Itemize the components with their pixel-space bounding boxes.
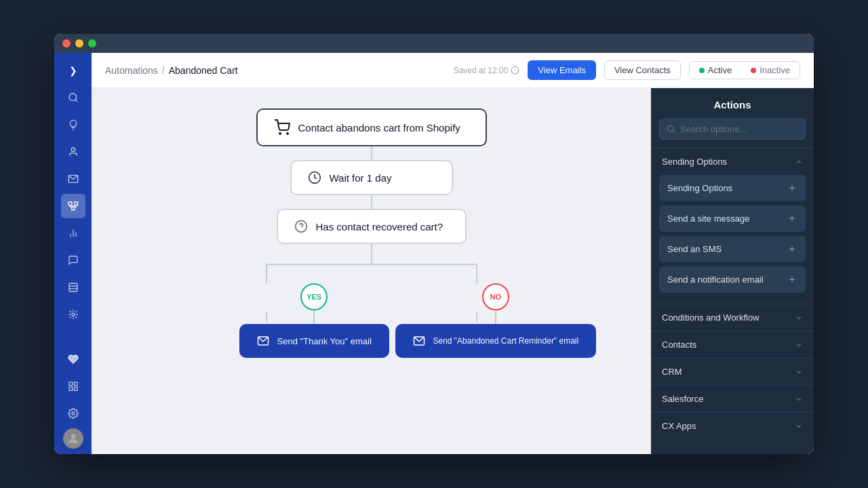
sidebar-item-favorites[interactable]	[61, 347, 85, 371]
svg-point-18	[72, 412, 75, 415]
breadcrumb-current: Abandoned Cart	[169, 65, 238, 76]
accordion-cx-apps-header[interactable]: CX Apps	[651, 413, 814, 439]
accordion-conditions: Conditions and Workflow	[651, 304, 814, 331]
svg-line-37	[673, 131, 674, 132]
no-branch: NO Send "Abandoned Cart Reminder" email	[395, 283, 597, 358]
accordion-sending-options-label: Sending Options	[662, 157, 727, 167]
chevron-down-icon-salesforce	[795, 395, 803, 403]
no-badge: NO	[482, 283, 509, 310]
title-bar	[54, 34, 814, 53]
accordion-contacts-label: Contacts	[662, 340, 696, 350]
svg-rect-14	[69, 382, 73, 386]
email-send-icon-yes	[257, 335, 269, 347]
svg-point-24	[287, 133, 288, 134]
plus-icon-site: ＋	[787, 211, 797, 226]
app-window: ❯	[54, 34, 814, 454]
accordion-crm-header[interactable]: CRM	[651, 359, 814, 385]
search-icon	[667, 125, 675, 134]
action-item-sms[interactable]: Send an SMS ＋	[659, 236, 806, 262]
sidebar-item-ideas[interactable]	[61, 113, 85, 137]
sidebar-item-contacts[interactable]	[61, 140, 85, 164]
accordion-crm-label: CRM	[662, 367, 682, 377]
sidebar-item-chat[interactable]	[61, 248, 85, 272]
accordion-salesforce: Salesforce	[651, 385, 814, 412]
sidebar-item-integrations[interactable]	[61, 302, 85, 327]
sidebar: ❯	[54, 53, 92, 454]
accordion-cx-apps-label: CX Apps	[662, 421, 696, 431]
svg-point-36	[668, 126, 674, 132]
status-active-button[interactable]: Active	[690, 62, 741, 79]
sidebar-item-dashboard[interactable]	[61, 374, 85, 399]
sidebar-item-analytics[interactable]	[61, 221, 85, 245]
accordion-crm: CRM	[651, 358, 814, 385]
cart-icon	[274, 119, 290, 136]
search-box[interactable]	[659, 119, 806, 140]
plus-icon-sms: ＋	[787, 242, 797, 256]
accordion-contacts-header[interactable]: Contacts	[651, 331, 814, 358]
svg-point-13	[72, 313, 75, 316]
status-inactive-button[interactable]: Inactive	[741, 62, 800, 79]
accordion-sending-options: Sending Options Sending Options ＋ Send a…	[651, 148, 814, 304]
active-dot	[699, 68, 705, 73]
accordion-conditions-label: Conditions and Workflow	[662, 312, 760, 323]
svg-point-2	[71, 148, 75, 151]
yes-connector	[313, 310, 315, 324]
clock-icon	[308, 171, 321, 184]
accordion-sending-options-body: Sending Options ＋ Send a site message ＋ …	[651, 175, 814, 304]
condition-label: Has contact recovered cart?	[316, 221, 443, 232]
chevron-down-icon-crm	[795, 368, 803, 376]
svg-rect-5	[75, 202, 78, 205]
branch-area: YES Send "Thank You" email NO	[161, 244, 582, 380]
action-item-site-message[interactable]: Send a site message ＋	[659, 205, 806, 232]
accordion-salesforce-header[interactable]: Salesforce	[651, 386, 814, 412]
yes-badge: YES	[300, 283, 328, 310]
action-yes-label: Send "Thank You" email	[277, 336, 372, 346]
panel-title: Actions	[651, 88, 814, 119]
breadcrumb-separator: /	[162, 65, 165, 76]
canvas: Contact abandons cart from Shopify Wait …	[92, 88, 651, 454]
inactive-dot	[751, 68, 756, 73]
svg-rect-15	[74, 382, 77, 386]
sidebar-item-email[interactable]	[61, 167, 85, 191]
sidebar-item-search[interactable]	[61, 85, 85, 110]
sidebar-toggle[interactable]: ❯	[61, 58, 85, 83]
content-area: Automations / Abandoned Cart Saved at 12…	[92, 53, 814, 454]
action-item-sending-options[interactable]: Sending Options ＋	[659, 175, 806, 201]
minimize-button[interactable]	[75, 39, 83, 47]
question-icon	[294, 220, 308, 233]
action-no-node[interactable]: Send "Abandoned Cart Reminder" email	[395, 324, 597, 358]
plus-icon-sending: ＋	[787, 181, 797, 195]
breadcrumb: Automations / Abandoned Cart	[105, 65, 446, 76]
status-group: Active Inactive	[689, 61, 800, 79]
close-button[interactable]	[62, 39, 71, 47]
email-send-icon-no	[413, 335, 425, 347]
chevron-up-icon	[795, 158, 803, 166]
breadcrumb-parent[interactable]: Automations	[105, 65, 158, 76]
svg-rect-6	[72, 207, 75, 210]
wait-label: Wait for 1 day	[330, 172, 392, 184]
condition-node[interactable]: Has contact recovered cart?	[277, 209, 467, 244]
trigger-node[interactable]: Contact abandons cart from Shopify	[256, 108, 487, 146]
sidebar-item-settings[interactable]	[61, 401, 85, 426]
user-avatar[interactable]	[63, 428, 83, 449]
plus-icon-notification: ＋	[787, 272, 797, 287]
save-text: Saved at 12:00	[454, 66, 509, 75]
accordion-cx-apps: CX Apps	[651, 412, 814, 439]
action-item-notification-email[interactable]: Send a notification email ＋	[659, 266, 806, 293]
wait-node[interactable]: Wait for 1 day	[290, 160, 453, 195]
sidebar-item-automation[interactable]	[61, 194, 85, 218]
action-yes-node[interactable]: Send "Thank You" email	[239, 324, 389, 358]
view-emails-button[interactable]: View Emails	[528, 60, 596, 80]
top-bar: Automations / Abandoned Cart Saved at 12…	[92, 53, 814, 88]
save-info: Saved at 12:00	[454, 66, 520, 75]
accordion-sending-options-header[interactable]: Sending Options	[651, 148, 814, 175]
search-input[interactable]	[680, 124, 798, 134]
chevron-down-icon-contacts	[795, 341, 803, 349]
chevron-down-icon-cx	[795, 422, 803, 430]
trigger-label: Contact abandons cart from Shopify	[298, 122, 460, 134]
accordion-salesforce-label: Salesforce	[662, 394, 703, 404]
view-contacts-button[interactable]: View Contacts	[604, 60, 681, 80]
accordion-conditions-header[interactable]: Conditions and Workflow	[651, 304, 814, 331]
sidebar-item-pages[interactable]	[61, 275, 85, 300]
maximize-button[interactable]	[88, 39, 96, 47]
